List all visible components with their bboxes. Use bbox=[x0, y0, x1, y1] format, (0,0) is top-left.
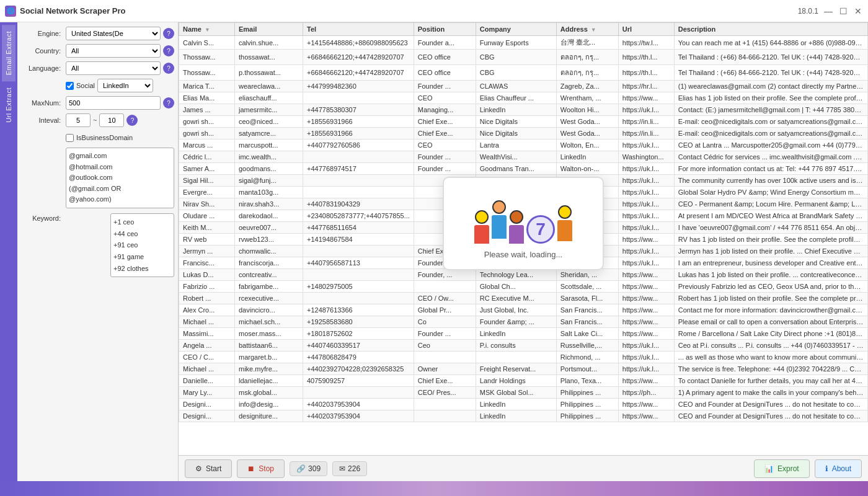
col-address[interactable]: Address ▼ bbox=[556, 23, 618, 36]
table-cell: Jermyn ... bbox=[179, 246, 235, 257]
social-checkbox-label[interactable]: Social bbox=[76, 82, 95, 89]
table-cell bbox=[303, 175, 414, 187]
table-row[interactable]: Marica T...weareclawa...+447999482360Fou… bbox=[179, 81, 868, 92]
table-row[interactable]: Designi...info@desig...+4402037953904Lin… bbox=[179, 399, 868, 410]
table-cell: michael.sch... bbox=[235, 316, 303, 328]
table-cell: https://uk.l... bbox=[618, 187, 674, 198]
language-select[interactable]: All bbox=[66, 61, 161, 75]
about-button[interactable]: ℹ About bbox=[815, 459, 862, 478]
table-row[interactable]: James ...jamesrmitc...+447785380307Manag… bbox=[179, 104, 868, 116]
tab-url-extract[interactable]: Url Extract bbox=[2, 81, 16, 129]
col-position[interactable]: Position bbox=[414, 23, 476, 36]
isbusiness-row: IsBusinessDomain bbox=[21, 130, 174, 145]
table-cell: At present I am MD/CEO West Africa at Br… bbox=[674, 210, 867, 222]
table-cell: Calvin S... bbox=[179, 36, 235, 50]
maxnum-help-button[interactable]: ? bbox=[163, 97, 174, 108]
table-row[interactable]: Mary Ly...msk.global...CEO/ Pres...MSK G… bbox=[179, 387, 868, 399]
engine-select[interactable]: United States(De bbox=[66, 27, 161, 40]
country-help-button[interactable]: ? bbox=[163, 45, 174, 56]
table-row[interactable]: Massimi...moser.mass...+18018752602Found… bbox=[179, 328, 868, 340]
table-row[interactable]: Samer A...goodmans...+447768974517Founde… bbox=[179, 163, 868, 175]
table-cell: Fabrizio ... bbox=[179, 281, 235, 293]
table-cell: Elias Chauffeur ... bbox=[476, 92, 556, 104]
table-cell: battistaan6... bbox=[235, 340, 303, 352]
table-cell: +4402037953904 bbox=[303, 410, 414, 422]
maximize-button[interactable]: ☐ bbox=[838, 6, 848, 16]
country-select[interactable]: All bbox=[66, 44, 161, 58]
col-tel[interactable]: Tel bbox=[303, 23, 414, 36]
table-cell bbox=[303, 269, 414, 281]
table-cell: moser.mass... bbox=[235, 328, 303, 340]
isbusiness-checkbox[interactable] bbox=[66, 134, 74, 142]
table-cell: goodmans... bbox=[235, 163, 303, 175]
col-email[interactable]: Email bbox=[235, 23, 303, 36]
start-button[interactable]: ⚙ Start bbox=[185, 459, 232, 478]
close-button[interactable]: ✕ bbox=[853, 6, 863, 16]
table-row[interactable]: Cédric l...imc.wealth...Founder ...Wealt… bbox=[179, 151, 868, 163]
table-cell: marcuspott... bbox=[235, 140, 303, 151]
interval-to-input[interactable] bbox=[99, 113, 124, 127]
minimize-button[interactable]: — bbox=[823, 6, 833, 16]
isbusiness-checkbox-label[interactable]: IsBusinessDomain bbox=[76, 134, 133, 141]
col-url[interactable]: Url bbox=[618, 23, 674, 36]
table-cell: 台灣 臺北... bbox=[556, 36, 618, 50]
table-row[interactable]: Designi...designiture...+4402037953904Li… bbox=[179, 410, 868, 422]
export-button[interactable]: 📊 Exprot bbox=[754, 459, 810, 478]
table-row[interactable]: Michael ...michael.sch...+19258583680CoF… bbox=[179, 316, 868, 328]
tab-email-extract[interactable]: Email Extract bbox=[2, 25, 16, 81]
table-row[interactable]: Marcus ...marcuspott...+4407792760586CEO… bbox=[179, 140, 868, 151]
about-label: About bbox=[832, 464, 851, 473]
person-2 bbox=[492, 200, 507, 239]
table-row[interactable]: Thossaw...thossawat...+66846662120;+4474… bbox=[179, 50, 868, 65]
table-cell bbox=[414, 399, 476, 410]
data-table-container[interactable]: Name ▼ Email Tel Position Company Addres… bbox=[179, 22, 868, 455]
keyword-row: Keyword: +1 ceo +44 ceo +91 ceo +91 game… bbox=[21, 213, 174, 277]
interval-from-input[interactable] bbox=[66, 113, 91, 127]
table-cell: fabrigambe... bbox=[235, 281, 303, 293]
social-checkbox[interactable] bbox=[66, 82, 74, 90]
table-cell: E-mail: ceo@nicedigitals.com or satyamcr… bbox=[674, 116, 867, 128]
table-row[interactable]: Alex Cro...davincicro...+12487613366Glob… bbox=[179, 304, 868, 316]
table-cell: Keith M... bbox=[179, 222, 235, 234]
table-row[interactable]: Danielle...ldaniellejac...4075909257Chie… bbox=[179, 375, 868, 387]
email-count-stat: ✉ 226 bbox=[332, 461, 367, 476]
table-cell bbox=[303, 151, 414, 163]
table-cell: +18018752602 bbox=[303, 328, 414, 340]
social-platform-select[interactable]: LinkedIn bbox=[97, 79, 153, 92]
table-cell: ตลอกๆ, กรุ... bbox=[556, 65, 618, 81]
table-cell bbox=[414, 352, 476, 363]
table-cell: Wolton, En... bbox=[556, 140, 618, 151]
col-company[interactable]: Company bbox=[476, 23, 556, 36]
table-cell: Nice Digitals bbox=[476, 116, 556, 128]
right-panel: Name ▼ Email Tel Position Company Addres… bbox=[179, 22, 868, 481]
table-row[interactable]: CEO / C...margaret.b...+447806828479Rich… bbox=[179, 352, 868, 363]
table-cell: Ceo at P.i. consults ... P.i. consults .… bbox=[674, 340, 867, 352]
table-cell: For more information contact us at: Tel:… bbox=[674, 163, 867, 175]
table-row[interactable]: gowri sh...ceo@niced...+18556931966Chief… bbox=[179, 116, 868, 128]
table-row[interactable]: Angela ...battistaan6...+4407460339517Ce… bbox=[179, 340, 868, 352]
table-row[interactable]: Michael ...mike.myfre...+4402392704228;0… bbox=[179, 363, 868, 375]
stop-button[interactable]: ⏹ Stop bbox=[237, 459, 285, 478]
table-row[interactable]: Thossaw...p.thossawat...+66846662120;+44… bbox=[179, 65, 868, 81]
table-cell: https://uk.l... bbox=[618, 257, 674, 269]
email-stat-icon: ✉ bbox=[339, 464, 345, 473]
table-cell: https://uk.l... bbox=[618, 104, 674, 116]
keywords-box: +1 ceo +44 ceo +91 ceo +91 game +92 clot… bbox=[110, 213, 174, 277]
about-icon: ℹ bbox=[825, 464, 828, 473]
col-name[interactable]: Name ▼ bbox=[179, 23, 235, 36]
maxnum-input[interactable] bbox=[66, 96, 161, 110]
email-domain-hotmail: @hotmail.com bbox=[69, 162, 171, 173]
table-row[interactable]: Calvin S...calvin.shue...+14156448886;+8… bbox=[179, 36, 868, 50]
col-description[interactable]: Description bbox=[674, 23, 867, 36]
language-help-button[interactable]: ? bbox=[163, 63, 174, 74]
table-cell: Wrentham, ... bbox=[556, 92, 618, 104]
table-row[interactable]: Elias Ma...eliaschauff...CEOElias Chauff… bbox=[179, 92, 868, 104]
engine-row: Engine: United States(De ? bbox=[21, 26, 174, 41]
interval-help-button[interactable]: ? bbox=[126, 115, 138, 126]
table-cell: LinkedIn bbox=[476, 104, 556, 116]
engine-help-button[interactable]: ? bbox=[163, 28, 174, 39]
table-cell: Lukas has 1 job listed on their profile.… bbox=[674, 269, 867, 281]
table-cell: Alex Cro... bbox=[179, 304, 235, 316]
table-row[interactable]: gowri sh...satyamcre...+18556931966Chief… bbox=[179, 128, 868, 140]
table-cell: RV web bbox=[179, 234, 235, 246]
